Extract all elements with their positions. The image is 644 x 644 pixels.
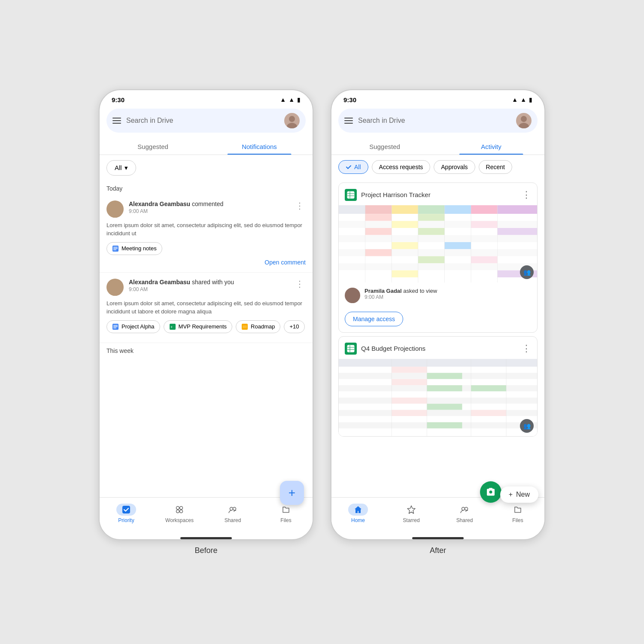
after-sheets-icon-1 bbox=[347, 191, 355, 199]
after-tabs: Suggested Activity bbox=[331, 138, 544, 155]
after-manage-access-btn[interactable]: Manage access bbox=[345, 312, 403, 326]
after-nav-starred-icon-wrap bbox=[401, 504, 421, 516]
svg-rect-96 bbox=[339, 428, 537, 434]
before-file-meeting-notes[interactable]: Meeting notes bbox=[106, 242, 162, 255]
before-nav-priority-label: Priority bbox=[118, 517, 134, 523]
after-chip-all[interactable]: All bbox=[338, 160, 368, 174]
before-notif-2-info: Alexandra Geambasu shared with you 9:00 … bbox=[129, 279, 289, 292]
before-files-icon bbox=[281, 505, 291, 514]
after-card-q4-header: Q4 Budget Projections ⋮ bbox=[339, 337, 537, 359]
before-shared-icon bbox=[228, 505, 237, 514]
before-nav-priority[interactable]: Priority bbox=[100, 501, 153, 526]
after-card-harrison-more[interactable]: ⋮ bbox=[522, 189, 531, 200]
svg-rect-18 bbox=[122, 506, 130, 513]
before-file-roadmap[interactable]: Roadmap bbox=[236, 320, 280, 333]
after-camera-fab[interactable] bbox=[480, 481, 501, 503]
svg-rect-34 bbox=[392, 205, 418, 214]
svg-rect-49 bbox=[339, 235, 537, 242]
svg-rect-43 bbox=[392, 221, 418, 228]
after-nav-files-icon-wrap bbox=[508, 504, 528, 516]
svg-point-21 bbox=[176, 510, 179, 513]
after-tab-suggested[interactable]: Suggested bbox=[331, 138, 438, 155]
before-content: All ▾ Today Alexandra bbox=[100, 155, 313, 497]
after-search-bar[interactable]: Search in Drive bbox=[338, 109, 538, 133]
before-notif-2-body: Lorem ipsum dolor sit amet, consectetur … bbox=[106, 299, 306, 316]
after-card-harrison-header: Project Harrison Tracker ⋮ bbox=[339, 183, 537, 205]
after-chip-approvals[interactable]: Approvals bbox=[434, 160, 475, 174]
after-nav-files-label: Files bbox=[512, 517, 523, 523]
svg-rect-52 bbox=[444, 242, 471, 249]
after-filter-row: All Access requests Approvals Recent bbox=[331, 155, 544, 179]
svg-rect-60 bbox=[392, 270, 418, 277]
before-open-comment-btn[interactable]: Open comment bbox=[264, 259, 306, 266]
before-notif-1-more[interactable]: ⋮ bbox=[294, 200, 306, 211]
after-chip-recent[interactable]: Recent bbox=[479, 160, 512, 174]
svg-rect-84 bbox=[471, 385, 506, 391]
after-wifi-icon: ▲ bbox=[512, 96, 518, 103]
svg-rect-89 bbox=[427, 404, 462, 410]
after-status-icons: ▲ ▲ ▮ bbox=[512, 96, 532, 103]
after-card-q4-more[interactable]: ⋮ bbox=[522, 343, 531, 354]
signal-icon: ▲ bbox=[289, 96, 295, 103]
before-status-bar: 9:30 ▲ ▲ ▮ bbox=[100, 90, 313, 107]
after-tab-activity[interactable]: Activity bbox=[438, 138, 544, 155]
after-nav-home[interactable]: Home bbox=[331, 501, 385, 526]
svg-rect-44 bbox=[471, 221, 498, 228]
before-nav-shared[interactable]: Shared bbox=[206, 501, 259, 526]
svg-rect-48 bbox=[498, 228, 537, 235]
before-phone-container: 9:30 ▲ ▲ ▮ Search in Drive bbox=[99, 89, 313, 555]
after-card-harrison-requester-name: Pramila Gadal asked to view bbox=[365, 288, 531, 294]
before-bottom-nav: Priority Workspaces bbox=[100, 497, 313, 535]
before-fab[interactable]: + bbox=[280, 481, 304, 505]
svg-rect-70 bbox=[347, 345, 354, 352]
before-this-week-header: This week bbox=[100, 343, 313, 357]
before-notif-1-name: Alexandra Geambasu commented bbox=[129, 200, 289, 207]
before-status-time: 9:30 bbox=[112, 96, 125, 103]
after-menu-icon[interactable] bbox=[344, 118, 353, 124]
after-search-text: Search in Drive bbox=[358, 117, 511, 125]
after-new-label: New bbox=[516, 491, 530, 498]
svg-point-22 bbox=[180, 510, 183, 513]
after-spreadsheet-1 bbox=[339, 205, 537, 283]
before-file-project-alpha[interactable]: Project Alpha bbox=[106, 320, 160, 333]
before-all-dropdown[interactable]: All ▾ bbox=[106, 160, 136, 176]
after-nav-starred[interactable]: Starred bbox=[385, 501, 438, 526]
phones-row: 9:30 ▲ ▲ ▮ Search in Drive bbox=[99, 89, 545, 555]
page-wrapper: 9:30 ▲ ▲ ▮ Search in Drive bbox=[99, 89, 545, 555]
after-nav-files[interactable]: Files bbox=[491, 501, 544, 526]
after-card-harrison-requester-avatar bbox=[345, 288, 360, 303]
svg-point-2 bbox=[112, 204, 118, 210]
after-nav-starred-label: Starred bbox=[403, 517, 419, 523]
svg-rect-50 bbox=[339, 242, 537, 249]
before-chevron-icon: ▾ bbox=[125, 164, 128, 172]
svg-rect-33 bbox=[365, 205, 392, 214]
svg-rect-36 bbox=[444, 205, 471, 214]
svg-point-3 bbox=[109, 212, 121, 218]
svg-rect-95 bbox=[427, 422, 462, 428]
before-priority-icon bbox=[122, 505, 131, 514]
svg-rect-77 bbox=[392, 367, 427, 373]
before-tab-suggested[interactable]: Suggested bbox=[100, 138, 206, 155]
after-new-btn[interactable]: + New bbox=[500, 486, 538, 503]
after-home-indicator bbox=[412, 537, 464, 539]
before-nav-workspaces[interactable]: Workspaces bbox=[153, 501, 206, 526]
svg-rect-75 bbox=[339, 359, 537, 367]
before-file-more[interactable]: +10 bbox=[284, 320, 304, 333]
before-menu-icon[interactable] bbox=[112, 118, 121, 124]
before-tab-notifications[interactable]: Notifications bbox=[206, 138, 313, 155]
before-search-bar[interactable]: Search in Drive bbox=[106, 109, 306, 133]
before-notif-1-info: Alexandra Geambasu commented 9:00 AM bbox=[129, 200, 289, 214]
after-avatar[interactable] bbox=[516, 113, 532, 128]
after-preview-overlay-2: 👥 bbox=[520, 419, 534, 433]
after-chip-access[interactable]: Access requests bbox=[372, 160, 431, 174]
after-phone: 9:30 ▲ ▲ ▮ Search in Drive bbox=[331, 89, 545, 540]
svg-point-19 bbox=[176, 506, 179, 509]
after-nav-shared[interactable]: Shared bbox=[438, 501, 491, 526]
before-file-mvp[interactable]: + MVP Requirements bbox=[164, 320, 232, 333]
before-avatar[interactable] bbox=[284, 113, 300, 128]
before-notif-1-files: Meeting notes bbox=[106, 242, 306, 255]
svg-rect-27 bbox=[347, 191, 354, 198]
before-notif-2-more[interactable]: ⋮ bbox=[294, 279, 306, 289]
svg-marker-101 bbox=[407, 506, 415, 513]
after-starred-icon bbox=[407, 505, 416, 514]
